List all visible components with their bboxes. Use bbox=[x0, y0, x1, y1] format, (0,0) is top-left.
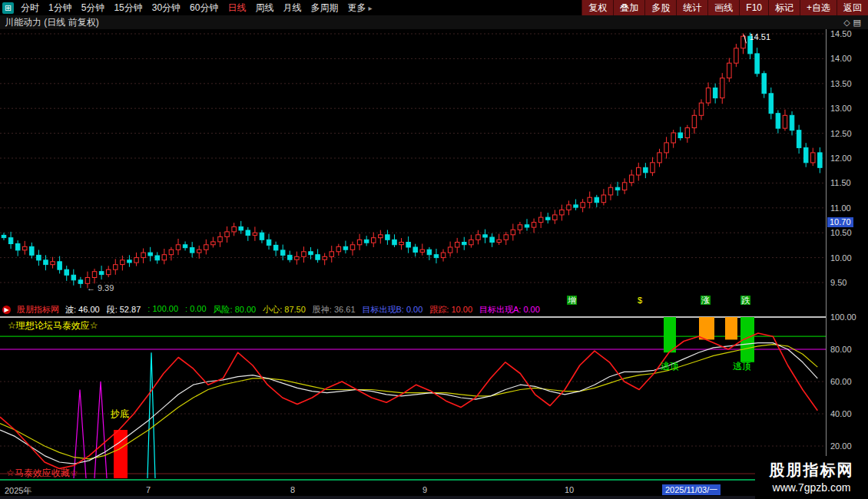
menu-item-更多[interactable]: 更多 bbox=[343, 0, 370, 15]
buy-signal-bar bbox=[114, 430, 128, 478]
menu-item-1分钟[interactable]: 1分钟 bbox=[44, 0, 77, 15]
menu-item-5分钟[interactable]: 5分钟 bbox=[77, 0, 110, 15]
sell-label: 逃顶 bbox=[661, 361, 679, 372]
time-tick: 8 bbox=[290, 485, 295, 494]
sell-label: 逃顶 bbox=[733, 361, 751, 372]
indicator-field: 跟踪: 10.00 bbox=[429, 304, 472, 316]
menu-item-分时[interactable]: 分时 bbox=[16, 0, 44, 15]
menu-item-月线[interactable]: 月线 bbox=[278, 0, 306, 15]
menu-item-60分钟[interactable]: 60分钟 bbox=[185, 0, 223, 15]
toolbar-button-复权[interactable]: 复权 bbox=[581, 0, 613, 15]
period-menu: 分时1分钟5分钟15分钟30分钟60分钟日线周线月线多周期更多▸ bbox=[16, 0, 372, 15]
toolbar-button-多股[interactable]: 多股 bbox=[644, 0, 676, 15]
app-grid-icon[interactable]: ⊞ bbox=[2, 2, 14, 14]
price-axis[interactable]: 10.70 14.5014.0013.5013.0012.5012.0011.5… bbox=[826, 29, 868, 484]
indicator-field: : 100.00 bbox=[147, 304, 178, 316]
indicator-field: 段: 52.87 bbox=[107, 304, 141, 316]
menu-item-周线[interactable]: 周线 bbox=[250, 0, 278, 15]
indicator-field: 目标出现A: 0.00 bbox=[479, 304, 540, 316]
price-tick: 10.50 bbox=[830, 228, 852, 237]
price-tick: 14.50 bbox=[830, 29, 852, 38]
price-tick: 12.50 bbox=[830, 129, 852, 138]
indicator-annotation-bottom: ☆马泰效应收藏☆ bbox=[6, 467, 78, 480]
top-menu-bar: ⊞ 分时1分钟5分钟15分钟30分钟60分钟日线周线月线多周期更多▸ 复权叠加多… bbox=[0, 0, 868, 15]
time-tick: 7 bbox=[146, 485, 151, 494]
toolbar-button-画线[interactable]: 画线 bbox=[707, 0, 739, 15]
time-tick: 2025年 bbox=[5, 485, 31, 497]
price-tick: 10.00 bbox=[830, 253, 852, 263]
indicator-field: 小心: 87.50 bbox=[263, 304, 306, 316]
indicator-values: 波: 46.00段: 52.87: 100.00: 0.00风险: 80.00小… bbox=[65, 304, 540, 316]
sell-signal-bar bbox=[725, 317, 737, 339]
menu-item-15分钟[interactable]: 15分钟 bbox=[109, 0, 147, 15]
toolbar-button-+自选[interactable]: +自选 bbox=[800, 0, 837, 15]
brand-name: 股朋指标网 bbox=[17, 304, 59, 316]
indicator-annotation-top: ☆理想论坛马泰效应☆ bbox=[8, 319, 98, 332]
magenta-spike bbox=[94, 382, 107, 478]
indicator-tick: 100.00 bbox=[830, 312, 856, 322]
toolbar-button-F10[interactable]: F10 bbox=[739, 0, 768, 15]
site-watermark: 股朋指标网 www.7gpzb.com bbox=[755, 456, 868, 499]
main-candle-chart[interactable]: ← 9.3914.51 增$涨跌 bbox=[0, 29, 826, 304]
time-axis[interactable]: 2025/11/03/一 2025年78910 bbox=[0, 484, 868, 496]
bottom-status-bar bbox=[0, 496, 868, 499]
time-tick: 9 bbox=[422, 485, 427, 494]
diamond-icon[interactable]: ◇ bbox=[843, 18, 853, 27]
indicator-tick: 60.00 bbox=[830, 377, 852, 386]
buy-label: 抄底 bbox=[110, 408, 129, 419]
indicator-svg: 抄底逃顶逃顶 bbox=[0, 316, 826, 484]
menu-item-多周期[interactable]: 多周期 bbox=[306, 0, 343, 15]
toolbar-button-叠加[interactable]: 叠加 bbox=[613, 0, 644, 15]
sell-signal-bar bbox=[664, 317, 676, 352]
toolbar-button-返回[interactable]: 返回 bbox=[837, 0, 868, 15]
time-tick: 10 bbox=[565, 485, 574, 494]
indicator-tick: 40.00 bbox=[830, 409, 852, 418]
stock-trading-app: ⊞ 分时1分钟5分钟15分钟30分钟60分钟日线周线月线多周期更多▸ 复权叠加多… bbox=[0, 0, 868, 499]
price-tick: 9.50 bbox=[830, 278, 846, 287]
menu-item-日线[interactable]: 日线 bbox=[223, 0, 250, 15]
indicator-field: 目标出现B: 0.00 bbox=[363, 304, 423, 316]
indicator-tick: 80.00 bbox=[830, 345, 852, 354]
watermark-title: 股朋指标网 bbox=[755, 460, 868, 481]
indicator-chart[interactable]: 抄底逃顶逃顶 ☆理想论坛马泰效应☆ ☆马泰效应收藏☆ bbox=[0, 316, 826, 484]
chevron-right-icon: ▸ bbox=[368, 4, 372, 12]
watermark-url: www.7gpzb.com bbox=[755, 481, 868, 494]
price-tick: 14.00 bbox=[830, 54, 852, 63]
sell-signal-bar bbox=[699, 317, 714, 339]
indicator-field: : 0.00 bbox=[185, 304, 207, 316]
low-price-label: ← 9.39 bbox=[87, 283, 114, 292]
toolbar-menu: 复权叠加多股统计画线F10标记+自选返回 bbox=[581, 0, 868, 15]
indicator-header: ▶ 股朋指标网 波: 46.00段: 52.87: 100.00: 0.00风险… bbox=[0, 304, 828, 316]
indicator-field: 股神: 36.61 bbox=[313, 304, 356, 316]
candles-group bbox=[2, 33, 822, 289]
candlestick-svg: ← 9.3914.51 bbox=[0, 29, 826, 304]
indicator-tick: 20.00 bbox=[830, 441, 852, 451]
price-tick: 11.00 bbox=[830, 203, 851, 213]
title-bar: 川能动力 (日线 前复权) ◇▤ bbox=[0, 15, 868, 29]
date-badge: 2025/11/03/一 bbox=[662, 484, 721, 495]
price-tick: 11.50 bbox=[830, 178, 851, 187]
price-tick: 13.00 bbox=[830, 104, 852, 113]
indicator-field: 风险: 80.00 bbox=[214, 304, 257, 316]
menu-item-30分钟[interactable]: 30分钟 bbox=[147, 0, 185, 15]
toolbar-button-标记[interactable]: 标记 bbox=[768, 0, 800, 15]
last-price-badge: 10.70 bbox=[827, 217, 853, 227]
panel-icon[interactable]: ▤ bbox=[853, 18, 864, 27]
toolbar-button-统计[interactable]: 统计 bbox=[676, 0, 707, 15]
high-price-label: 14.51 bbox=[749, 32, 770, 41]
chart-title: 川能动力 (日线 前复权) bbox=[5, 17, 99, 28]
price-tick: 13.50 bbox=[830, 79, 852, 88]
brand-logo-icon: ▶ bbox=[2, 306, 11, 314]
price-tick: 12.00 bbox=[830, 154, 852, 163]
indicator-field: 波: 46.00 bbox=[65, 304, 100, 316]
